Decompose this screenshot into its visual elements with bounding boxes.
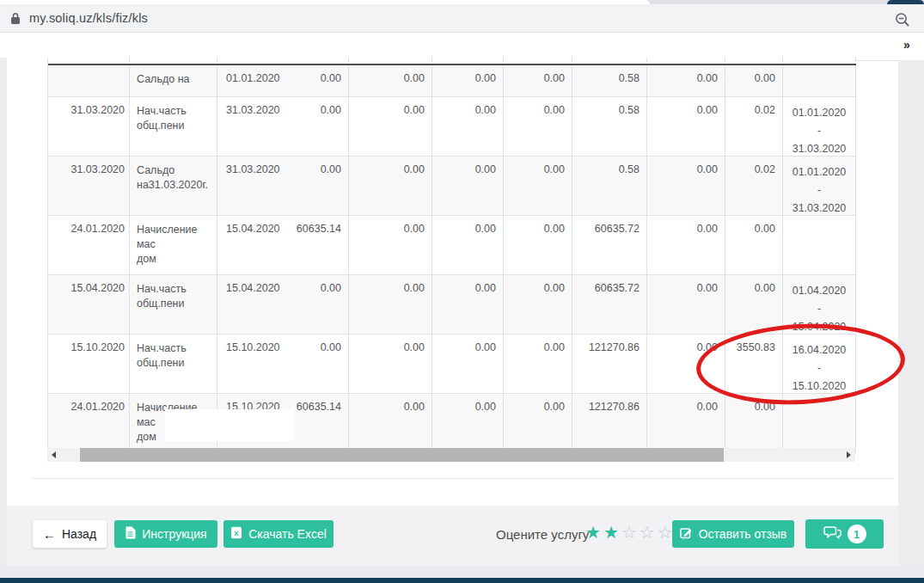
table-row: 31.03.2020Сальдона31.03.2020г.31.03.2020… bbox=[48, 156, 856, 216]
scroll-right-button[interactable] bbox=[841, 448, 855, 462]
leave-feedback-label: Оставить отзыв bbox=[699, 527, 787, 541]
cell-amount: 0.00 bbox=[504, 65, 572, 96]
cell-doc-date-amount: 01.01.20200.00 bbox=[217, 65, 349, 96]
cell-amount: 0.00 bbox=[349, 275, 432, 334]
cell-amount: 0.00 bbox=[432, 156, 504, 215]
clipped-header-cell bbox=[130, 57, 217, 62]
rating-star[interactable]: ☆ bbox=[639, 523, 658, 542]
content-divider bbox=[32, 478, 894, 479]
cell-amount: 0.00 bbox=[504, 216, 572, 274]
cell-amount: 60635.72 bbox=[572, 216, 647, 274]
rate-service-label: Оцените услугу bbox=[496, 527, 589, 542]
bookmarks-overflow-icon[interactable]: » bbox=[903, 38, 910, 52]
cell-doc-date-amount: 31.03.20200.00 bbox=[217, 97, 349, 156]
cell-amount: 0.58 bbox=[572, 156, 647, 215]
rating-star[interactable]: ☆ bbox=[621, 523, 639, 542]
lock-icon[interactable] bbox=[10, 12, 21, 28]
clipped-header-cell bbox=[217, 57, 349, 62]
download-excel-button[interactable]: x Скачать Excel bbox=[223, 520, 333, 548]
table-row: 15.10.2020Нач.частьобщ.пени15.10.20200.0… bbox=[48, 334, 856, 394]
back-button[interactable]: ← Назад bbox=[33, 520, 107, 548]
rating-star[interactable]: ★ bbox=[603, 523, 621, 542]
leave-feedback-button[interactable]: Оставить отзыв bbox=[672, 520, 794, 548]
cell-amount: 0.00 bbox=[647, 216, 725, 274]
address-bar[interactable]: my.soliq.uz/kls/fiz/kls bbox=[0, 4, 924, 33]
cell-amount: 0.00 bbox=[349, 334, 432, 393]
cell-amount: 0.00 bbox=[432, 334, 504, 393]
cell-description: Сальдо на bbox=[130, 65, 217, 96]
clipped-header-cell bbox=[504, 57, 572, 62]
clipped-header-cell bbox=[572, 57, 647, 62]
cell-amount: 0.00 bbox=[725, 394, 783, 452]
table-row: Сальдо на01.01.20200.000.000.000.000.580… bbox=[48, 65, 856, 97]
cell-period: 01.01.2020-31.03.2020 bbox=[783, 97, 856, 156]
table-horizontal-scrollbar[interactable] bbox=[47, 448, 855, 462]
cell-amount: 0.00 bbox=[647, 394, 725, 452]
cell-amount: 0.00 bbox=[647, 97, 725, 156]
cell-period: 16.04.2020-15.10.2020 bbox=[783, 334, 856, 393]
cell-amount: 0.00 bbox=[432, 65, 504, 96]
cell-doc-date-amount: 15.10.20200.00 bbox=[217, 334, 349, 393]
rating-stars[interactable]: ★★☆☆☆ bbox=[585, 522, 676, 543]
clipped-header-cell bbox=[783, 57, 856, 62]
cell-doc-date-amount: 15.04.20200.00 bbox=[217, 275, 349, 334]
cell-period bbox=[783, 65, 856, 96]
cell-doc-date-amount: 15.04.202060635.14 bbox=[217, 216, 349, 274]
instruction-button-label: Инструкция bbox=[142, 527, 206, 541]
cell-description: Сальдона31.03.2020г. bbox=[130, 156, 217, 215]
redaction-box bbox=[165, 409, 294, 441]
clipped-header-cell bbox=[48, 57, 130, 62]
cell-description: Нач.частьобщ.пени bbox=[130, 97, 217, 156]
cell-operation-date: 24.01.2020 bbox=[48, 394, 130, 452]
browser-window: my.soliq.uz/kls/fiz/kls » Сальдо на01.01… bbox=[0, 0, 924, 583]
document-icon bbox=[125, 526, 136, 542]
clipped-header-cell bbox=[349, 57, 432, 62]
chat-bubble-icon bbox=[823, 526, 841, 543]
cell-amount: 0.00 bbox=[504, 394, 572, 452]
cell-amount: 0.00 bbox=[432, 216, 504, 274]
cell-amount: 0.00 bbox=[504, 97, 572, 156]
cell-period bbox=[783, 394, 856, 452]
clipped-header-cell bbox=[432, 57, 504, 62]
cell-description: Нач.частьобщ.пени bbox=[130, 275, 217, 334]
cell-amount: 0.00 bbox=[349, 216, 432, 274]
cell-amount: 121270.86 bbox=[572, 334, 647, 393]
rating-star[interactable]: ★ bbox=[585, 523, 603, 542]
back-button-label: Назад bbox=[62, 527, 96, 541]
balance-table: Сальдо на01.01.20200.000.000.000.000.580… bbox=[47, 57, 856, 453]
footer-toolbar: ← Назад Инструкция x Скачать Ex bbox=[7, 506, 898, 566]
instruction-button[interactable]: Инструкция bbox=[114, 520, 217, 548]
cell-period: 01.04.2020-15.04.2020 bbox=[783, 275, 856, 334]
cell-amount: 60635.72 bbox=[572, 275, 647, 334]
table-row: 24.01.2020Начислениемасдом15.04.20206063… bbox=[48, 216, 856, 275]
back-arrow-icon: ← bbox=[43, 528, 56, 541]
cell-amount: 121270.86 bbox=[572, 394, 647, 452]
cell-amount: 0.58 bbox=[572, 65, 647, 96]
page-bottom-strip bbox=[0, 566, 924, 578]
cell-amount: 0.00 bbox=[432, 97, 504, 156]
address-bar-url[interactable]: my.soliq.uz/kls/fiz/kls bbox=[29, 11, 148, 25]
site-footer-bar bbox=[0, 578, 924, 583]
cell-amount: 0.00 bbox=[504, 275, 572, 334]
cell-amount: 0.00 bbox=[432, 275, 504, 334]
card-top-border bbox=[855, 60, 898, 61]
cell-amount: 0.58 bbox=[572, 97, 647, 156]
cell-amount: 0.00 bbox=[504, 334, 572, 393]
chat-button[interactable]: 1 bbox=[805, 519, 884, 549]
zoom-out-icon[interactable] bbox=[895, 12, 910, 31]
table-row: 31.03.2020Нач.частьобщ.пени31.03.20200.0… bbox=[48, 97, 856, 156]
page-gutter-right bbox=[898, 60, 924, 578]
cell-period bbox=[783, 216, 856, 274]
cell-amount: 0.00 bbox=[647, 156, 725, 215]
clipped-header-cell bbox=[725, 57, 783, 62]
cell-amount: 0.00 bbox=[725, 216, 783, 274]
cell-amount: 0.00 bbox=[647, 334, 725, 393]
cell-amount: 0.02 bbox=[725, 156, 783, 215]
scrollbar-thumb[interactable] bbox=[80, 448, 724, 462]
cell-period: 01.01.2020-31.03.2020 bbox=[783, 156, 856, 215]
chat-count-badge: 1 bbox=[848, 525, 866, 543]
scroll-left-button[interactable] bbox=[47, 448, 61, 462]
cell-description: Нач.частьобщ.пени bbox=[130, 334, 217, 393]
cell-operation-date: 24.01.2020 bbox=[48, 216, 130, 274]
cell-amount: 0.00 bbox=[725, 65, 783, 96]
